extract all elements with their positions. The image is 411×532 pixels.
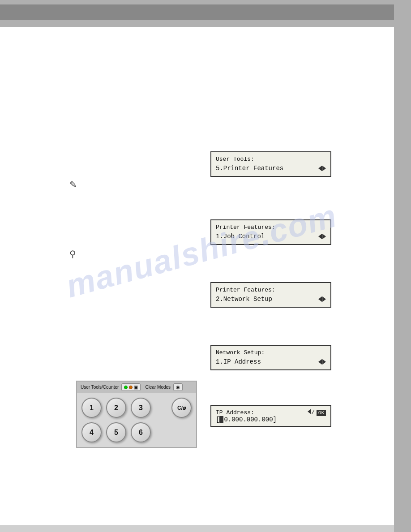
content-area: manualshire.com ✎ ⚲ User Tools: 5.Printe… (0, 27, 394, 525)
lcd1-arrow (318, 166, 326, 171)
key-5[interactable]: 5 (106, 422, 126, 442)
lcd4-arrow (318, 359, 326, 365)
lcd3-arrow (318, 296, 326, 302)
arrow-right-icon (322, 234, 326, 239)
lcd1-line2: 5.Printer Features (216, 164, 326, 173)
arrow-left-icon (318, 359, 322, 365)
lcd-display-network-setup: Network Setup: 1.IP Address (210, 345, 331, 370)
lcd4-line2: 1.IP Address (216, 357, 326, 367)
arrow-left-icon (318, 166, 322, 171)
clear-icon: ◉ (176, 385, 180, 390)
lcd-display-printer-features-2: Printer Features: 2.Network Setup (210, 282, 331, 308)
lcd1-line2-text: 5.Printer Features (216, 164, 283, 173)
led-green (124, 386, 128, 389)
arrow-right-icon (322, 359, 326, 365)
lcd2-line2-text: 1.Job Control (216, 232, 265, 241)
lcd2-arrow (318, 234, 326, 239)
watermark-container: manualshire.com (67, 161, 336, 340)
key-2[interactable]: 2 (106, 398, 126, 418)
led-orange (129, 386, 133, 389)
keypad-panel: User Tools/Counter ▣ Clear Modes ◉ 1 2 3… (76, 381, 197, 448)
clear-modes-label: Clear Modes (145, 385, 171, 390)
top-bar (0, 0, 394, 27)
ip-line1: IP Address: /OK (216, 409, 326, 416)
arrow-right-icon (322, 166, 326, 171)
right-strip (394, 0, 411, 532)
user-tools-counter-label: User Tools/Counter (81, 385, 119, 390)
arrow-right-icon (322, 296, 326, 302)
lcd3-line2: 2.Network Setup (216, 295, 326, 304)
lcd4-line2-text: 1.IP Address (216, 357, 261, 367)
magnifier-icon: ⚲ (69, 249, 76, 259)
lcd-display-user-tools: User Tools: 5.Printer Features (210, 151, 331, 177)
pencil-icon: ✎ (69, 179, 77, 190)
key-1[interactable]: 1 (81, 398, 102, 418)
counter-icon: ▣ (134, 385, 138, 390)
ip-line2: [0.000.000.000] (216, 416, 326, 423)
keypad-keys-wrapper: 1 2 3 4 5 6 C/⌀ (77, 393, 196, 447)
keypad-top-bar: User Tools/Counter ▣ Clear Modes ◉ (77, 382, 196, 393)
ip-ok-label: /OK (308, 409, 326, 416)
arrow-left-icon (318, 234, 322, 239)
lcd-display-ip-address: IP Address: /OK [0.000.000.000] (210, 405, 331, 427)
lcd1-line1: User Tools: (216, 155, 326, 164)
key-4[interactable]: 4 (81, 422, 102, 442)
lcd4-line1: Network Setup: (216, 348, 326, 357)
top-bar-inner (0, 4, 394, 20)
lcd2-line1: Printer Features: (216, 223, 326, 232)
lcd2-line2: 1.Job Control (216, 232, 326, 241)
user-tools-button[interactable]: ▣ (121, 383, 141, 391)
ip-label: IP Address: (216, 409, 254, 416)
lcd-display-printer-features-1: Printer Features: 1.Job Control (210, 219, 331, 245)
key-6[interactable]: 6 (131, 422, 151, 442)
arrow-left-icon (308, 409, 311, 414)
bottom-bar (0, 525, 394, 532)
ip-value: 0.000.000.000] (224, 416, 277, 423)
cursor-block (219, 416, 223, 423)
ok-badge: OK (317, 410, 326, 416)
clear-key[interactable]: C/⌀ (171, 398, 192, 418)
lcd3-line2-text: 2.Network Setup (216, 295, 272, 304)
c-key-container: C/⌀ (171, 398, 192, 418)
lcd3-line1: Printer Features: (216, 286, 326, 295)
arrow-left-icon (318, 296, 322, 302)
key-3[interactable]: 3 (131, 398, 151, 418)
clear-modes-button[interactable]: ◉ (173, 383, 183, 391)
